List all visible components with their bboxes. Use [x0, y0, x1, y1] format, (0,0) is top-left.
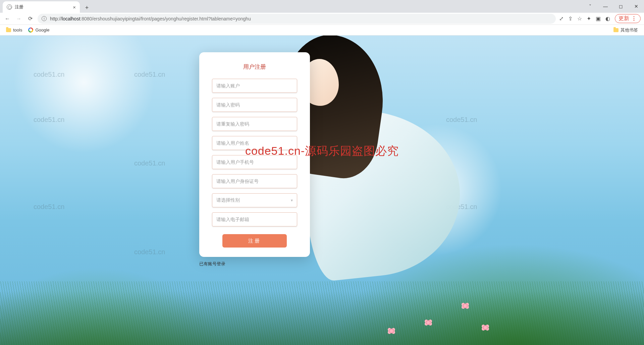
- share-icon[interactable]: ⇪: [568, 15, 573, 22]
- browser-tabbar: 注册 × + ˅ — ◻ ✕: [0, 0, 644, 13]
- tab-title: 注册: [15, 4, 70, 10]
- url-text: http://localhost:8080/ershoushujiaoyipin…: [50, 16, 552, 21]
- bookmark-label: Google: [35, 27, 49, 32]
- close-window-icon[interactable]: ✕: [629, 1, 644, 12]
- minimize-icon[interactable]: —: [598, 1, 613, 12]
- google-icon: [28, 27, 33, 32]
- update-button[interactable]: 更新 ⋮: [615, 14, 641, 23]
- folder-icon: [613, 28, 619, 32]
- gender-placeholder: 请选择性别: [216, 197, 240, 203]
- gender-select[interactable]: 请选择性别 ▾: [212, 193, 297, 207]
- form-title: 用户注册: [212, 63, 297, 71]
- bookmarks-bar: tools Google 其他书签: [0, 25, 644, 36]
- login-link[interactable]: 已有账号登录: [199, 261, 225, 267]
- browser-tab[interactable]: 注册 ×: [3, 1, 80, 13]
- sidepanel-icon[interactable]: ▣: [596, 15, 601, 22]
- bookmark-google[interactable]: Google: [28, 27, 49, 32]
- register-card: 用户注册 请选择性别 ▾ 注册 已有账号登录: [199, 52, 310, 257]
- url-path: :8080/ershoushujiaoyipingtai/front/pages…: [80, 16, 251, 21]
- globe-icon: [7, 4, 12, 10]
- bookmark-tools[interactable]: tools: [6, 27, 22, 32]
- forward-button[interactable]: →: [15, 15, 23, 23]
- menu-dots-icon: ⋮: [631, 15, 637, 22]
- chevron-down-icon[interactable]: ˅: [582, 1, 598, 12]
- bookmark-star-icon[interactable]: ☆: [577, 15, 582, 22]
- password-confirm-input[interactable]: [212, 117, 297, 131]
- url-scheme: http://: [50, 16, 62, 21]
- extensions-icon[interactable]: ✦: [587, 15, 591, 22]
- close-tab-icon[interactable]: ×: [73, 4, 76, 10]
- flower-decor: [483, 325, 488, 330]
- register-button[interactable]: 注册: [222, 234, 287, 248]
- bookmark-label: tools: [13, 27, 22, 32]
- name-input[interactable]: [212, 136, 297, 150]
- reload-button[interactable]: ⟳: [26, 15, 34, 23]
- email-input[interactable]: [212, 212, 297, 226]
- window-controls: ˅ — ◻ ✕: [582, 0, 644, 13]
- flower-decor: [426, 320, 431, 325]
- address-bar: ← → ⟳ i http://localhost:8080/ershoushuj…: [0, 13, 644, 25]
- bookmark-label: 其他书签: [621, 27, 638, 33]
- url-box[interactable]: i http://localhost:8080/ershoushujiaoyip…: [38, 14, 556, 24]
- flower-decor: [389, 329, 394, 333]
- idcard-input[interactable]: [212, 174, 297, 188]
- maximize-icon[interactable]: ◻: [613, 1, 629, 12]
- chevron-down-icon: ▾: [291, 198, 293, 203]
- toolbar-icons: ⤢ ⇪ ☆ ✦ ▣ ◐ 更新 ⋮: [559, 14, 641, 23]
- new-tab-button[interactable]: +: [82, 3, 92, 13]
- bookmark-other[interactable]: 其他书签: [613, 27, 638, 33]
- phone-input[interactable]: [212, 155, 297, 169]
- password-input[interactable]: [212, 98, 297, 112]
- site-info-icon[interactable]: i: [42, 16, 47, 21]
- url-host: localhost: [62, 16, 80, 21]
- page-viewport: code51.cn code51.cn code51.cn code51.cn …: [0, 36, 644, 345]
- update-label: 更新: [619, 15, 629, 22]
- folder-icon: [6, 28, 11, 32]
- back-button[interactable]: ←: [3, 15, 11, 23]
- background-scene: [0, 36, 644, 345]
- flower-decor: [463, 303, 468, 308]
- zoom-icon[interactable]: ⤢: [559, 15, 564, 22]
- profile-icon[interactable]: ◐: [605, 15, 610, 22]
- account-input[interactable]: [212, 79, 297, 93]
